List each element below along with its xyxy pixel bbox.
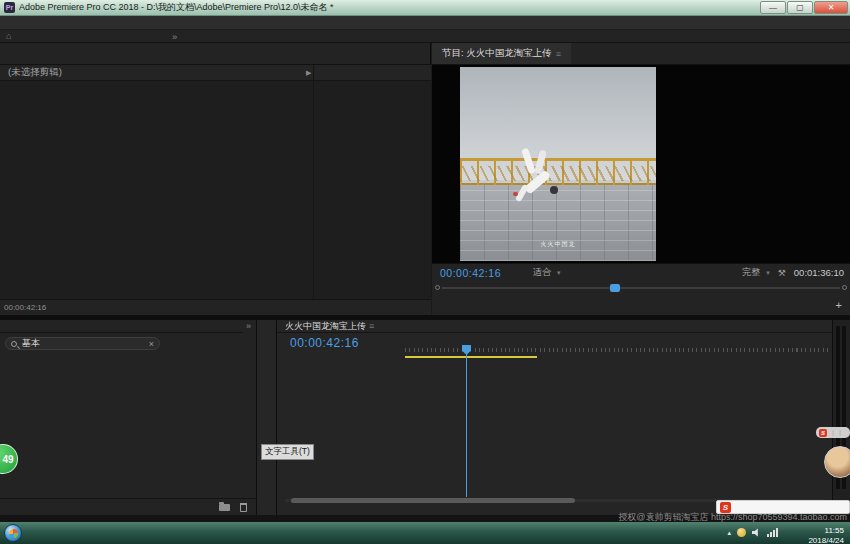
effects-panel-footer bbox=[0, 498, 257, 515]
close-button[interactable]: ✕ bbox=[814, 1, 848, 14]
timeline-scrollbar[interactable] bbox=[291, 498, 575, 503]
timeline-tab[interactable]: 火火中国龙淘宝上传 ≡ bbox=[285, 320, 374, 333]
no-clip-message: (未选择剪辑) bbox=[0, 66, 62, 79]
timeline-timecode[interactable]: 00:00:42:16 bbox=[290, 336, 359, 350]
work-area-bar[interactable] bbox=[405, 356, 537, 358]
tray-expand-icon[interactable]: ▴ bbox=[727, 529, 731, 537]
program-scrubber[interactable] bbox=[432, 281, 850, 294]
sogou-logo-icon: S bbox=[819, 429, 827, 437]
delete-icon[interactable] bbox=[240, 503, 247, 512]
transport-controls bbox=[432, 294, 850, 315]
scrubber-end-dot bbox=[842, 285, 847, 290]
chevron-down-icon: ▾ bbox=[557, 269, 561, 277]
panel-menu-icon[interactable]: ≡ bbox=[556, 49, 561, 59]
audio-meter-panel bbox=[832, 320, 850, 515]
timeline-panel: 火火中国龙淘宝上传 ≡ 00:00:42:16 bbox=[277, 320, 832, 515]
program-monitor-tab[interactable]: 节目: 火火中国龙淘宝上传 ≡ bbox=[432, 43, 571, 64]
volume-icon[interactable] bbox=[752, 528, 761, 537]
playhead-line bbox=[466, 353, 467, 497]
scrubber-start-dot bbox=[435, 285, 440, 290]
playhead-thumb[interactable] bbox=[610, 284, 620, 292]
home-icon[interactable]: ⌂ bbox=[6, 31, 11, 41]
workspace-bar: ⌂ » bbox=[0, 30, 850, 43]
video-frame: 火火中国龙 bbox=[460, 67, 656, 261]
window-titlebar: Pr Adobe Premiere Pro CC 2018 - D:\我的文档\… bbox=[0, 0, 850, 16]
settings-wrench-icon[interactable]: ⚒ bbox=[778, 268, 786, 278]
program-timecode[interactable]: 00:00:42:16 bbox=[432, 267, 501, 279]
drag-dots-icon: ⋮⋮ bbox=[830, 429, 844, 436]
search-input[interactable]: 基本 × bbox=[5, 337, 160, 350]
app-icon: Pr bbox=[4, 2, 15, 13]
panel-menu-icon[interactable]: ≡ bbox=[369, 321, 374, 331]
window-controls: — ▢ ✕ bbox=[760, 1, 848, 14]
menu-bar bbox=[0, 16, 850, 30]
effects-search-row: 基本 × bbox=[0, 335, 257, 352]
button-editor-plus[interactable]: + bbox=[836, 299, 842, 311]
clear-search-icon[interactable]: × bbox=[149, 339, 154, 349]
effect-controls-header: (未选择剪辑) ▶ bbox=[0, 65, 431, 81]
clock-date: 2018/4/24 bbox=[808, 536, 844, 544]
type-tool-tooltip: 文字工具(T) bbox=[261, 444, 314, 460]
program-viewport[interactable]: 火火中国龙 bbox=[432, 65, 850, 263]
video-caption: 火火中国龙 bbox=[460, 240, 656, 249]
effect-controls-empty-area bbox=[0, 81, 431, 299]
program-monitor-panel: 节目: 火火中国龙淘宝上传 ≡ 火火中国龙 00:00:42:16 适合 ▾ 完… bbox=[432, 43, 850, 315]
window-title: Adobe Premiere Pro CC 2018 - D:\我的文档\Ado… bbox=[19, 1, 334, 14]
effect-controls-panel: (未选择剪辑) ▶ 00:00:42:16 bbox=[0, 43, 431, 315]
floating-sogou-minibar[interactable]: S ⋮⋮ bbox=[816, 427, 850, 438]
effect-controls-footer: 00:00:42:16 bbox=[0, 299, 431, 315]
project-panel-tabs bbox=[0, 320, 243, 333]
effect-controls-timecode: 00:00:42:16 bbox=[0, 303, 46, 312]
search-value: 基本 bbox=[22, 337, 40, 350]
taskbar bbox=[0, 522, 850, 544]
floating-avatar[interactable] bbox=[824, 446, 850, 478]
taskbar-clock[interactable]: 11:55 2018/4/24 bbox=[808, 526, 844, 544]
sogou-logo-icon[interactable]: S bbox=[720, 502, 731, 513]
new-bin-icon[interactable] bbox=[219, 504, 230, 511]
maximize-button[interactable]: ▢ bbox=[787, 1, 813, 14]
video-performer bbox=[513, 148, 565, 214]
panel-divider bbox=[313, 65, 314, 300]
search-icon bbox=[11, 341, 17, 347]
start-button[interactable] bbox=[4, 524, 22, 542]
tools-panel bbox=[257, 320, 277, 515]
tray-input-icon[interactable] bbox=[737, 528, 746, 537]
resolution-dropdown[interactable]: 完整 ▾ bbox=[742, 266, 770, 279]
sequence-duration: 00:01:36:10 bbox=[794, 267, 844, 278]
fit-dropdown[interactable]: 适合 ▾ bbox=[533, 266, 561, 279]
input-method-bar[interactable]: S bbox=[716, 500, 850, 514]
system-tray: ▴ bbox=[727, 528, 778, 537]
program-controls-row: 00:00:42:16 适合 ▾ 完整 ▾ ⚒ 00:01:36:10 bbox=[432, 263, 850, 281]
panel-overflow-icon[interactable]: » bbox=[246, 321, 251, 331]
clock-time: 11:55 bbox=[808, 526, 844, 536]
effects-panel: » 基本 × bbox=[0, 320, 257, 515]
workspace-overflow-icon[interactable]: » bbox=[172, 31, 177, 42]
effect-controls-tabs bbox=[0, 43, 430, 65]
network-icon[interactable] bbox=[767, 528, 778, 537]
chevron-down-icon: ▾ bbox=[766, 269, 770, 277]
expander-icon[interactable]: ▶ bbox=[306, 69, 311, 77]
minimize-button[interactable]: — bbox=[760, 1, 786, 14]
